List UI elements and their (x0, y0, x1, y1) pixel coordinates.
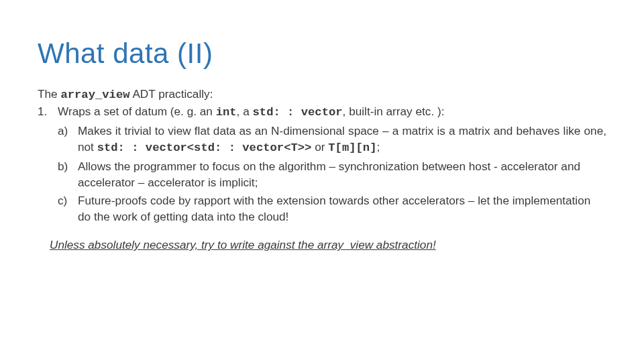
sub-a-post: ; (376, 140, 380, 154)
list-item-1: 1. Wraps a set of datum (e. g. an int, a… (38, 103, 606, 225)
sub-list: a) Makes it trivial to view flat data as… (58, 123, 606, 225)
item1-post: , built-in array etc. ): (343, 105, 445, 118)
list-marker: 1. (38, 103, 47, 119)
code-nested-vector: std: : vector<std: : vector<T>> (97, 141, 312, 154)
slide: What data (II) The array_view ADT practi… (0, 0, 644, 362)
callout-line: Unless absolutely necessary, try to writ… (38, 237, 606, 253)
code-array-view: array_view (60, 88, 129, 101)
item1-pre: Wraps a set of datum (e. g. an (58, 105, 216, 118)
sub-item-c: c) Future-proofs code by rapport with th… (58, 192, 606, 225)
sub-item-b: b) Allows the programmer to focus on the… (58, 158, 606, 191)
sub-marker: a) (58, 123, 68, 139)
intro-pre: The (38, 87, 60, 101)
slide-title: What data (II) (38, 38, 606, 70)
item1-mid1: , a (237, 105, 253, 118)
sub-marker: c) (58, 192, 67, 208)
slide-body: The array_view ADT practically: 1. Wraps… (38, 86, 606, 253)
ordered-list: 1. Wraps a set of datum (e. g. an int, a… (38, 103, 606, 225)
code-std-vector: std: : vector (253, 106, 343, 119)
sub-item-a: a) Makes it trivial to view flat data as… (58, 123, 606, 157)
sub-marker: b) (58, 158, 68, 174)
code-tmn: T[m][n] (328, 141, 376, 154)
sub-b-text: Allows the programmer to focus on the al… (78, 160, 580, 189)
code-int: int (216, 106, 237, 119)
intro-post: ADT practically: (130, 87, 213, 101)
intro-line: The array_view ADT practically: (38, 86, 606, 103)
sub-a-mid: or (311, 140, 328, 154)
sub-c-text: Future-proofs code by rapport with the e… (78, 194, 590, 223)
